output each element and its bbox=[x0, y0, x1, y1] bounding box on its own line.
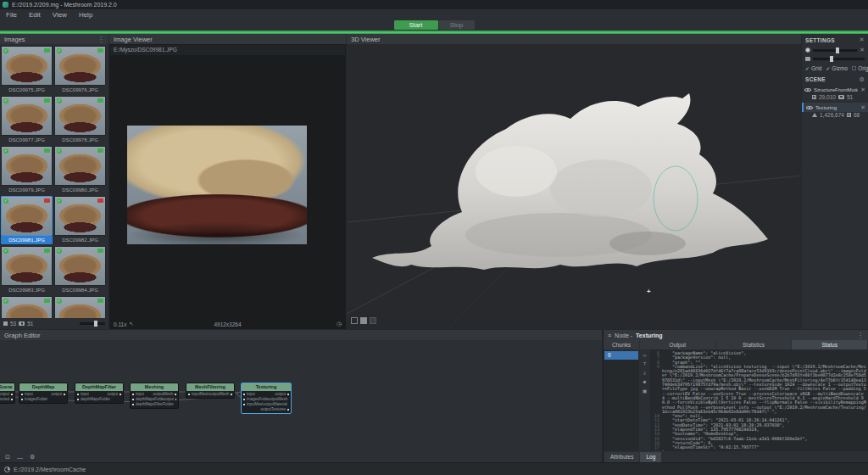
graph-settings-gear-icon[interactable]: ⚙ bbox=[30, 454, 35, 461]
select-icon[interactable]: ▣ bbox=[643, 388, 648, 394]
camera-count: 51 bbox=[27, 321, 33, 327]
hamburger-menu-icon[interactable]: ≡ bbox=[608, 332, 611, 338]
image-thumbnail-label: DSC09984.JPG bbox=[54, 286, 106, 294]
menu-bar: FileEditViewHelp bbox=[0, 9, 868, 20]
image-thumbnail-cell[interactable]: ✓ DSC09986.JPG bbox=[54, 296, 106, 318]
graph-canvas[interactable]: PrepareDenseScene outputundistorted Dept… bbox=[0, 340, 602, 452]
image-thumbnail[interactable]: ✓ bbox=[1, 296, 53, 318]
tab-log[interactable]: Log bbox=[640, 452, 661, 462]
graph-node-meshing[interactable]: Meshing inputoutputMeshdepthMapsFolderou… bbox=[130, 383, 179, 409]
render-textured-button[interactable] bbox=[370, 317, 376, 324]
image-thumbnail-cell[interactable]: ✓ DSC09980.JPG bbox=[54, 146, 106, 194]
menu-item[interactable]: File bbox=[0, 11, 23, 19]
gizmo-checkbox[interactable]: ✓ Gizmo bbox=[826, 65, 848, 71]
menu-item[interactable]: Edit bbox=[23, 11, 47, 19]
tab-status[interactable]: Status bbox=[792, 340, 867, 349]
image-thumbnail[interactable]: ✓ bbox=[1, 46, 53, 86]
remove-icon[interactable]: ✕ bbox=[860, 87, 865, 93]
graph-node-depthmap[interactable]: DepthMap inputoutputimagesFolder bbox=[19, 383, 68, 404]
node-panel-tabs: Chunks Output Statistics Status bbox=[604, 340, 868, 349]
thumbnail-size-slider[interactable] bbox=[80, 322, 105, 325]
clock-icon[interactable]: ◷ bbox=[337, 321, 342, 327]
image-thumbnail[interactable]: ✓ bbox=[54, 146, 106, 186]
image-thumbnail-label: DSC09976.JPG bbox=[54, 86, 106, 94]
settings-close-icon[interactable]: ✕ bbox=[860, 36, 865, 43]
origin-checkbox[interactable]: Origin bbox=[852, 65, 868, 71]
tab-output[interactable]: Output bbox=[640, 340, 715, 349]
scene-settings-gear-icon[interactable]: ⚙ bbox=[859, 76, 865, 83]
camera-badge-icon bbox=[44, 98, 50, 103]
render-wireframe-button[interactable] bbox=[351, 317, 358, 324]
chunks-list: 0 bbox=[604, 350, 639, 451]
image-thumbnail-cell[interactable]: ✓ DSC09976.JPG bbox=[54, 46, 106, 94]
image-thumbnail-cell[interactable]: ✓ DSC09983.JPG bbox=[1, 246, 53, 294]
check-icon: ✓ bbox=[57, 98, 62, 103]
image-thumbnail-label: DSC09977.JPG bbox=[1, 136, 53, 144]
check-icon: ✓ bbox=[3, 98, 8, 103]
image-thumbnail-cell[interactable]: ✓ DSC09975.JPG bbox=[1, 46, 53, 94]
kebab-menu-icon[interactable]: ⋮ bbox=[857, 332, 864, 339]
photo-preview[interactable] bbox=[127, 126, 307, 244]
camera-scale-slider[interactable] bbox=[813, 58, 865, 60]
image-thumbnail[interactable]: ✓ bbox=[54, 46, 106, 86]
tab-attributes[interactable]: Attributes bbox=[604, 452, 639, 462]
start-button[interactable]: Start bbox=[394, 20, 438, 30]
node-panel-header: ≡ Node - Texturing ⋮ bbox=[604, 330, 868, 340]
chunks-column-header: Chunks bbox=[604, 340, 639, 349]
point-size-slider[interactable] bbox=[813, 49, 857, 52]
graph-node-depthmapfilter[interactable]: DepthMapFilter inputoutputdepthMapsFolde… bbox=[75, 383, 124, 404]
image-thumbnail[interactable]: ✓ bbox=[54, 96, 106, 136]
grid-check-icon: ✓ bbox=[805, 65, 810, 71]
image-thumbnail[interactable]: ✓ bbox=[54, 246, 106, 286]
app-icon bbox=[3, 2, 8, 8]
stop-follow-icon[interactable]: ■ bbox=[643, 379, 647, 384]
camera-badge-icon bbox=[44, 148, 50, 153]
fit-view-icon[interactable]: ⊡ bbox=[5, 454, 10, 461]
image-thumbnail[interactable]: ✓ bbox=[54, 196, 106, 236]
camera-badge-icon bbox=[44, 48, 50, 53]
text-wrap-icon[interactable]: T bbox=[643, 361, 647, 366]
image-thumbnail[interactable]: ✓ bbox=[1, 146, 53, 186]
image-thumbnail-cell[interactable]: ✓ DSC09978.JPG bbox=[54, 96, 106, 144]
menu-item[interactable]: Help bbox=[73, 11, 98, 19]
image-thumbnail-cell[interactable]: ✓ DSC09982.JPG bbox=[54, 196, 106, 244]
scene-item-structurefrommotion[interactable]: StructureFromMotion ✕ bbox=[802, 85, 868, 94]
settings-title: SETTINGS bbox=[805, 37, 835, 43]
origin-check-icon bbox=[852, 66, 856, 70]
mesh-viewport[interactable] bbox=[347, 44, 801, 329]
graph-node-meshfiltering[interactable]: MeshFiltering inputMeshoutputMesh bbox=[186, 383, 235, 399]
visibility-eye-icon[interactable] bbox=[806, 104, 813, 110]
scroll-bottom-icon[interactable]: ⇩ bbox=[643, 370, 647, 376]
check-icon: ✓ bbox=[57, 48, 62, 53]
images-panel: Images ⋮ ✓ DSC09975.JPG ✓ DSC09976.JPG bbox=[0, 34, 108, 329]
slider-reset-icon[interactable]: ✕ bbox=[860, 47, 865, 53]
camera-badge-icon bbox=[97, 198, 103, 203]
menu-item[interactable]: View bbox=[47, 11, 73, 19]
render-solid-button[interactable] bbox=[360, 317, 367, 324]
status-log[interactable]: 6 "packageName": "aliceVision", 7 "packa… bbox=[650, 349, 868, 451]
image-thumbnail[interactable]: ✓ bbox=[1, 196, 53, 236]
stop-button: Stop bbox=[439, 20, 475, 30]
image-thumbnail-cell[interactable]: ✓ DSC09984.JPG bbox=[54, 246, 106, 294]
check-icon: ✓ bbox=[57, 249, 62, 254]
image-thumbnail-cell[interactable]: ✓ DSC09979.JPG bbox=[1, 146, 53, 194]
image-thumbnail[interactable]: ✓ bbox=[1, 246, 53, 286]
graph-node-texturing[interactable]: Texturing inputoutputimagesFolderoutputM… bbox=[241, 383, 292, 414]
tab-statistics[interactable]: Statistics bbox=[716, 340, 792, 349]
grid-checkbox[interactable]: ✓ Grid bbox=[805, 65, 821, 71]
kebab-menu-icon[interactable]: ⋮ bbox=[97, 36, 104, 43]
image-thumbnail[interactable]: ✓ bbox=[1, 96, 53, 136]
image-thumbnail-cell[interactable]: ✓ DSC09977.JPG bbox=[1, 96, 53, 144]
visibility-eye-icon[interactable] bbox=[804, 87, 811, 92]
graph-node-preparedensescene[interactable]: PrepareDenseScene outputundistorted bbox=[0, 383, 15, 404]
autorefresh-icon[interactable]: ∞ bbox=[643, 353, 646, 358]
scene-item-texturing[interactable]: Texturing ✕ bbox=[802, 103, 868, 112]
image-thumbnail[interactable]: ✓ bbox=[54, 296, 106, 318]
graph-editor-footer: ⊡ ― ⚙ bbox=[0, 452, 40, 462]
remove-icon[interactable]: ✕ bbox=[860, 104, 865, 111]
image-thumbnail-cell[interactable]: ✓ DSC09981.JPG bbox=[1, 196, 53, 244]
image-thumbnail-cell[interactable]: ✓ DSC09985.JPG bbox=[1, 296, 53, 318]
collapse-icon[interactable]: ― bbox=[17, 455, 23, 461]
check-icon: ✓ bbox=[57, 198, 62, 204]
chunk-item[interactable]: 0 bbox=[604, 351, 638, 360]
